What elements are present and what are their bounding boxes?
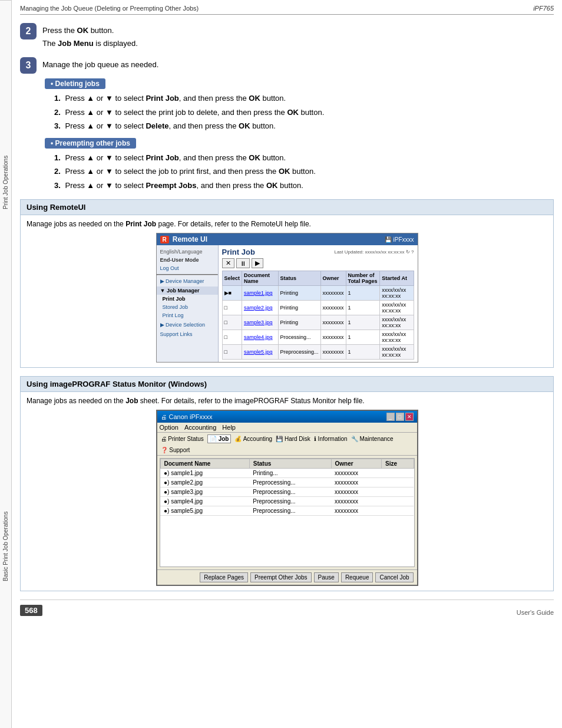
ipf-content-area: Document Name Status Owner Size ●) sampl… <box>160 458 415 567</box>
rui-logo: R <box>160 236 169 243</box>
rui-print-job-link[interactable]: Print Job <box>157 295 218 303</box>
ipf-row-3: ●) sample3.jpg Preprocessing... xxxxxxxx <box>160 487 414 497</box>
col-docname: Document Name <box>242 271 278 286</box>
rui-cell-owner-3: xxxxxxxx <box>320 315 346 330</box>
ipf-section-body: Manage jobs as needed on the Job sheet. … <box>21 392 553 591</box>
rui-toolbar: ✕ ⏸ ▶ <box>222 258 414 268</box>
ipf-window-icon: 🖨 <box>161 414 167 420</box>
ipf-cell-status-4: Preprocessing... <box>249 497 331 506</box>
rui-cell-pages-2: 1 <box>346 301 380 315</box>
ipf-footer-bar: Replace Pages Preempt Other Jobs Pause R… <box>157 569 417 585</box>
rui-main-title: Print Job <box>222 248 255 256</box>
ipf-cell-doc-1: ●) sample1.jpg <box>160 469 249 478</box>
rui-cell-doc-3: sample3.jpg <box>242 315 278 330</box>
rui-cell-doc-2: sample2.jpg <box>242 301 278 315</box>
deleting-jobs-label: • Deleting jobs <box>45 78 105 89</box>
ipf-cell-status-2: Preprocessing... <box>249 478 331 487</box>
ipf-close-btn[interactable]: ✕ <box>405 413 414 421</box>
menu-help[interactable]: Help <box>222 424 236 431</box>
rui-device-selection[interactable]: ▶ Device Selection <box>157 321 218 329</box>
rui-sidebar: English/Language End-User Mode Log Out ▶… <box>157 245 219 362</box>
toolbar-accounting[interactable]: 💰 Accounting <box>234 436 272 442</box>
remote-ui-mockup-container: R Remote UI 💾 iPFxxxx English/Language E… <box>27 233 547 363</box>
ipf-titlebar: 🖨 Canon iPFxxxx _ □ ✕ <box>157 411 417 423</box>
rui-row-1: ▶■ sample1.jpg Printing xxxxxxxx 1 xxxx/… <box>222 286 414 301</box>
rui-cell-doc-1: sample1.jpg <box>242 286 278 301</box>
page-footer: 568 User's Guide <box>20 599 554 621</box>
ipf-cell-doc-4: ●) sample4.jpg <box>160 497 249 506</box>
rui-btn-x[interactable]: ✕ <box>222 258 234 268</box>
ipf-btn-replace-pages[interactable]: Replace Pages <box>200 572 248 582</box>
side-labels: Print Job Operations Basic Print Job Ope… <box>0 0 12 728</box>
rui-cell-owner-2: xxxxxxxx <box>320 301 346 315</box>
toolbar-harddisk[interactable]: 💾 Hard Disk <box>276 436 310 442</box>
ipf-cell-size-4 <box>382 497 414 506</box>
col-owner: Owner <box>320 271 346 286</box>
preempt-step-3: 3. Press ▲ or ▼ to select Preempt Jobs, … <box>54 180 554 192</box>
preempt-step-2: 2. Press ▲ or ▼ to select the job to pri… <box>54 166 554 177</box>
ipf-section: Using imagePROGRAF Status Monitor (Windo… <box>20 376 554 591</box>
ipf-row-2: ●) sample2.jpg Preprocessing... xxxxxxxx <box>160 478 414 487</box>
rui-cell-started-3: xxxx/xx/xx xx:xx:xx <box>380 315 414 330</box>
rui-cell-pages-3: 1 <box>346 315 380 330</box>
ipf-cell-size-1 <box>382 469 414 478</box>
ipf-col-status: Status <box>249 459 331 469</box>
rui-main-header: Print Job Last Updated: xxxx/xx/xx xx:xx… <box>222 248 414 256</box>
rui-cell-sel-5: □ <box>222 345 242 360</box>
ipf-btn-requeue[interactable]: Requeue <box>341 572 373 582</box>
rui-cell-doc-4: sample4.jpg <box>242 330 278 345</box>
remote-ui-mockup: R Remote UI 💾 iPFxxxx English/Language E… <box>156 233 418 363</box>
rui-stored-job-link[interactable]: Stored Job <box>157 303 218 311</box>
ipf-btn-preempt-other-jobs[interactable]: Preempt Other Jobs <box>250 572 311 582</box>
ipf-cell-status-3: Preprocessing... <box>249 487 331 497</box>
rui-logout[interactable]: Log Out <box>157 264 218 272</box>
ipf-mockup-container: 🖨 Canon iPFxxxx _ □ ✕ Option <box>27 410 547 586</box>
col-started: Started At <box>380 271 414 286</box>
rui-cell-owner-4: xxxxxxxx <box>320 330 346 345</box>
ipf-btn-pause[interactable]: Pause <box>314 572 339 582</box>
rui-cell-pages-5: 1 <box>346 345 380 360</box>
ipf-window-title: Canon iPFxxxx <box>169 413 213 420</box>
ipf-maximize-btn[interactable]: □ <box>396 413 404 421</box>
rui-jobs-table: Select Document Name Status Owner Number… <box>222 271 414 360</box>
ipf-row-4: ●) sample4.jpg Preprocessing... xxxxxxxx <box>160 497 414 506</box>
ipf-minimize-btn[interactable]: _ <box>386 413 395 421</box>
rui-support-links[interactable]: Support Links <box>157 330 218 338</box>
toolbar-support[interactable]: ❓ Support <box>161 447 190 453</box>
rui-btn-pause[interactable]: ⏸ <box>236 258 250 268</box>
step-3-circle: 3 <box>20 57 37 74</box>
rui-cell-started-4: xxxx/xx/xx xx:xx:xx <box>380 330 414 345</box>
rui-row-5: □ sample5.jpg Preprocessing... xxxxxxxx … <box>222 345 414 360</box>
rui-btn-play[interactable]: ▶ <box>252 258 263 268</box>
rui-cell-sel-2: □ <box>222 301 242 315</box>
side-label-top: Print Job Operations <box>0 0 11 364</box>
rui-body: English/Language End-User Mode Log Out ▶… <box>157 245 418 362</box>
preempt-step-1: 1. Press ▲ or ▼ to select Print Job, and… <box>54 152 554 164</box>
ipf-cell-status-1: Printing... <box>249 469 331 478</box>
ipf-cell-size-2 <box>382 478 414 487</box>
col-pages: Number of Total Pages <box>346 271 380 286</box>
rui-titlebar: R Remote UI 💾 iPFxxxx <box>157 233 418 245</box>
menu-option[interactable]: Option <box>160 424 178 431</box>
ipf-cell-size-5 <box>382 506 414 516</box>
rui-device-manager[interactable]: ▶ Device Manager <box>157 277 218 285</box>
ipf-row-5: ●) sample5.jpg Preprocessing... xxxxxxxx <box>160 506 414 516</box>
rui-last-updated: Last Updated: xxxx/xx/xx xx:xx:xx ↻ ? <box>334 249 414 255</box>
menu-accounting[interactable]: Accounting <box>184 424 216 431</box>
toolbar-information[interactable]: ℹ Information <box>314 436 348 442</box>
rui-print-log-link[interactable]: Print Log <box>157 311 218 319</box>
step-2-block: 2 Press the OK button. The Job Menu is d… <box>20 22 554 50</box>
toolbar-job[interactable]: 📄 Job <box>207 434 232 443</box>
toolbar-maintenance[interactable]: 🔧 Maintenance <box>351 436 394 442</box>
toolbar-printer-status[interactable]: 🖨 Printer Status <box>161 436 204 442</box>
page-header: Managing the Job Queue (Deleting or Pree… <box>20 0 554 15</box>
rui-cell-sel-1: ▶■ <box>222 286 242 301</box>
col-status: Status <box>278 271 320 286</box>
ipf-win-buttons: _ □ ✕ <box>386 413 414 421</box>
rui-cell-sel-3: □ <box>222 315 242 330</box>
ipf-col-owner: Owner <box>331 459 382 469</box>
ipf-btn-cancel-job[interactable]: Cancel Job <box>375 572 413 582</box>
delete-step-3: 3. Press ▲ or ▼ to select Delete, and th… <box>54 120 554 132</box>
ipf-col-size: Size <box>382 459 414 469</box>
ipf-cell-owner-2: xxxxxxxx <box>331 478 382 487</box>
